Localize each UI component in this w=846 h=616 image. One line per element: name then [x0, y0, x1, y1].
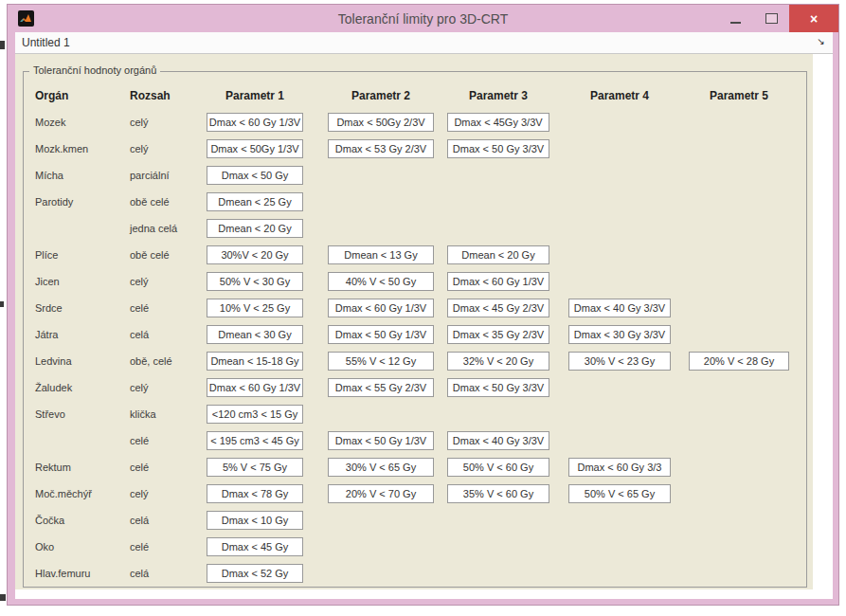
param-4-field[interactable]: 30% V < 23 Gy [568, 352, 671, 371]
table-headers: OrgánRozsahParametr 1Parametr 2Parametr … [24, 89, 806, 104]
param-3-field[interactable]: Dmax < 50 Gy 3/3V [447, 378, 549, 397]
organ-label: Mícha [35, 170, 130, 181]
table-row: JátraceláDmean < 30 GyDmax < 50 Gy 1/3VD… [24, 321, 806, 348]
organ-label: Jicen [35, 276, 130, 287]
organ-label: Plíce [35, 249, 130, 261]
minimize-button[interactable] [717, 5, 753, 32]
param-3-field[interactable]: 32% V < 20 Gy [447, 352, 549, 371]
param-2-field[interactable]: Dmean < 13 Gy [328, 245, 434, 264]
param-2-field[interactable]: 40% V < 50 Gy [328, 272, 434, 291]
param-4-field[interactable]: 50% V < 65 Gy [568, 484, 671, 503]
param-3-field[interactable]: Dmax < 45 Gy 2/3V [447, 299, 549, 317]
tolerance-panel: Toleranční hodnoty orgánů OrgánRozsahPar… [23, 71, 807, 588]
param-3-field[interactable]: 50% V < 60 Gy [447, 458, 549, 477]
param-2-field[interactable]: Dmax < 53 Gy 2/3V [328, 139, 434, 158]
param-1-field[interactable]: Dmean < 25 Gy [207, 192, 303, 211]
table-row: MozekcelýDmax < 60 Gy 1/3VDmax < 50Gy 2/… [24, 109, 806, 136]
param-3-field[interactable]: Dmax < 40 Gy 3/3V [447, 431, 549, 450]
rozsah-label: klička [130, 408, 215, 420]
param-4-field[interactable]: Dmax < 40 Gy 3/3V [568, 299, 671, 317]
table-rows: MozekcelýDmax < 60 Gy 1/3VDmax < 50Gy 2/… [24, 109, 806, 587]
column-header: Parametr 2 [328, 89, 434, 102]
param-2-field[interactable]: Dmax < 50 Gy 1/3V [328, 431, 434, 450]
param-2-field[interactable]: Dmax < 50Gy 2/3V [328, 113, 434, 132]
param-3-field[interactable]: Dmean < 20 Gy [447, 245, 549, 264]
organ-label: Čočka [35, 515, 130, 526]
close-button[interactable]: × [789, 5, 838, 32]
titlebar[interactable]: Toleranční limity pro 3D-CRT × [8, 5, 838, 32]
table-row: Srdcecelé10% V < 25 GyDmax < 60 Gy 1/3VD… [24, 295, 806, 321]
param-1-field[interactable]: Dmean < 30 Gy [207, 325, 303, 344]
table-row: Hlav.femuruceláDmax < 52 Gy [24, 560, 806, 587]
param-2-field[interactable]: 30% V < 65 Gy [328, 458, 434, 477]
param-2-field[interactable]: Dmax < 50 Gy 1/3V [328, 325, 434, 344]
figure-window: Toleranční limity pro 3D-CRT × Untitled … [7, 4, 839, 606]
param-1-field[interactable]: Dmax < 10 Gy [207, 511, 303, 530]
param-3-field[interactable]: 35% V < 60 Gy [447, 484, 549, 503]
organ-label: Žaludek [35, 382, 130, 393]
param-1-field[interactable]: Dmax < 45 Gy [207, 537, 303, 556]
organ-label: Mozk.kmen [35, 143, 130, 154]
param-2-field[interactable]: 20% V < 70 Gy [328, 484, 434, 503]
rozsah-label: obě celé [130, 196, 215, 208]
param-3-field[interactable]: Dmax < 45Gy 3/3V [447, 113, 549, 132]
param-4-field[interactable]: Dmax < 60 Gy 3/3 [568, 458, 671, 477]
param-1-field[interactable]: Dmax < 50Gy 1/3V [207, 139, 303, 158]
organ-label: Srdce [35, 302, 130, 314]
table-row: celé< 195 cm3 < 45 GyDmax < 50 Gy 1/3VDm… [24, 427, 806, 454]
table-row: Rektumcelé5% V < 75 Gy30% V < 65 Gy50% V… [24, 454, 806, 480]
param-1-field[interactable]: 10% V < 25 Gy [207, 299, 303, 317]
rozsah-label: celý [130, 143, 215, 154]
param-2-field[interactable]: 55% V < 12 Gy [328, 352, 434, 371]
table-row: Střevoklička<120 cm3 < 15 Gy [24, 401, 806, 427]
param-3-field[interactable]: Dmax < 50 Gy 3/3V [447, 139, 549, 158]
param-1-field[interactable]: Dmax < 60 Gy 1/3V [207, 113, 303, 132]
menu-bar: Untitled 1 ↘ [15, 32, 833, 54]
window-title: Toleranční limity pro 3D-CRT [8, 5, 838, 32]
column-header: Rozsah [130, 89, 210, 102]
dock-figure-icon[interactable]: ↘ [815, 35, 827, 47]
menu-item-untitled[interactable]: Untitled 1 [15, 36, 70, 49]
param-3-field[interactable]: Dmax < 35 Gy 2/3V [447, 325, 549, 344]
rozsah-label: celá [130, 568, 215, 579]
table-row: ČočkaceláDmax < 10 Gy [24, 507, 806, 534]
rozsah-label: celý [130, 117, 215, 128]
table-row: Ledvinaobě, celéDmean < 15-18 Gy55% V < … [24, 348, 806, 374]
maximize-button[interactable] [753, 5, 789, 32]
column-header: Parametr 3 [447, 89, 549, 102]
param-1-field[interactable]: 30%V < 20 Gy [207, 245, 303, 264]
param-1-field[interactable]: 5% V < 75 Gy [207, 458, 303, 477]
background-artifact [0, 301, 4, 307]
organ-label: Moč.měchýř [35, 488, 130, 499]
param-1-field[interactable]: Dmean < 15-18 Gy [207, 352, 303, 371]
rozsah-label: celý [130, 488, 215, 499]
param-1-field[interactable]: <120 cm3 < 15 Gy [207, 405, 303, 424]
param-3-field[interactable]: Dmax < 60 Gy 1/3V [447, 272, 549, 291]
table-row: Parotidyobě celéDmean < 25 Gy [24, 189, 806, 215]
param-1-field[interactable]: Dmax < 52 Gy [207, 564, 303, 583]
rozsah-label: celý [130, 276, 215, 287]
background-artifact [0, 41, 5, 49]
param-1-field[interactable]: Dmax < 50 Gy [207, 166, 303, 185]
param-1-field[interactable]: Dmean < 20 Gy [207, 219, 303, 238]
rozsah-label: jedna celá [130, 223, 215, 234]
param-1-field[interactable]: 50% V < 30 Gy [207, 272, 303, 291]
param-5-field[interactable]: 20% V < 28 Gy [689, 352, 789, 371]
param-4-field[interactable]: Dmax < 30 Gy 3/3V [568, 325, 671, 344]
param-1-field[interactable]: Dmax < 78 Gy [207, 484, 303, 503]
organ-label: Ledvina [35, 355, 130, 367]
table-row: jedna celáDmean < 20 Gy [24, 215, 806, 242]
background-artifact [0, 594, 6, 601]
column-header: Parametr 5 [689, 89, 789, 102]
param-2-field[interactable]: Dmax < 60 Gy 1/3V [328, 299, 434, 317]
param-1-field[interactable]: < 195 cm3 < 45 Gy [207, 431, 303, 450]
param-2-field[interactable]: Dmax < 55 Gy 2/3V [328, 378, 434, 397]
table-row: Moč.měchýřcelýDmax < 78 Gy20% V < 70 Gy3… [24, 480, 806, 507]
param-1-field[interactable]: Dmax < 60 Gy 1/3V [207, 378, 303, 397]
rozsah-label: celá [130, 329, 215, 340]
table-row: OkoceléDmax < 45 Gy [24, 534, 806, 560]
organ-label: Oko [35, 541, 130, 553]
rozsah-label: obě, celé [130, 355, 215, 367]
column-header: Parametr 1 [207, 89, 303, 102]
table-row: Mozk.kmencelýDmax < 50Gy 1/3VDmax < 53 G… [24, 136, 806, 162]
